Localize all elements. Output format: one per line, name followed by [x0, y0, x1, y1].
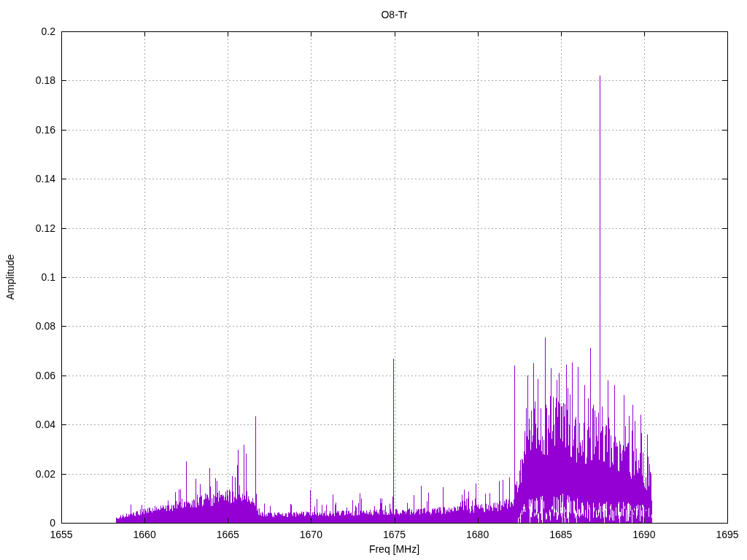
y-tick-label: 0 — [0, 517, 55, 529]
x-tick-label: 1675 — [373, 529, 417, 540]
y-tick-label: 0.12 — [0, 222, 55, 234]
y-tick-label: 0.1 — [0, 271, 55, 283]
y-tick-label: 0.02 — [0, 468, 55, 480]
x-tick-label: 1665 — [206, 529, 249, 540]
x-axis-label: Freq [MHz] — [61, 543, 727, 555]
y-tick-label: 0.04 — [0, 419, 55, 430]
y-tick-label: 0.08 — [0, 320, 55, 332]
plot-canvas — [0, 0, 747, 560]
x-tick-label: 1690 — [622, 529, 666, 540]
chart-title: O8-Tr — [61, 9, 727, 20]
x-tick-label: 1685 — [539, 529, 583, 540]
x-tick-label: 1655 — [39, 529, 83, 540]
y-tick-label: 0.16 — [0, 124, 55, 136]
y-tick-label: 0.14 — [0, 173, 55, 184]
x-tick-label: 1660 — [123, 529, 166, 540]
x-tick-label: 1695 — [705, 529, 747, 540]
y-tick-label: 0.18 — [0, 74, 55, 86]
y-tick-label: 0.06 — [0, 370, 55, 381]
x-tick-label: 1670 — [289, 529, 333, 540]
x-tick-label: 1680 — [456, 529, 500, 540]
y-tick-label: 0.2 — [0, 26, 55, 37]
chart-page: O8-Tr Amplitude Freq [MHz] 1655166016651… — [0, 0, 747, 560]
